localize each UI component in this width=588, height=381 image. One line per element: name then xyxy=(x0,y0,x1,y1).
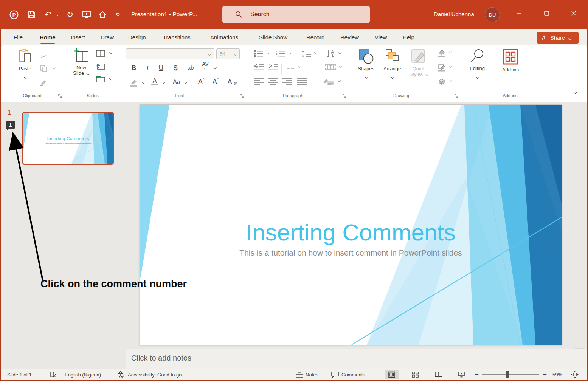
tab-record[interactable]: Record xyxy=(306,29,324,45)
undo-dropdown-icon[interactable] xyxy=(55,9,60,20)
justify-button[interactable] xyxy=(295,78,308,85)
clear-formatting-button[interactable]: A xyxy=(226,78,239,86)
user-name[interactable]: Daniel Uchenna xyxy=(434,11,474,17)
numbering-dropdown-icon[interactable] xyxy=(288,51,293,54)
italic-button[interactable]: I xyxy=(143,64,152,72)
avatar[interactable]: DU xyxy=(485,7,500,22)
slide-title[interactable]: Inserting Comments xyxy=(140,219,562,246)
increase-indent-button[interactable] xyxy=(267,64,279,70)
align-right-button[interactable] xyxy=(281,78,294,85)
zoom-out-button[interactable]: − xyxy=(475,369,479,380)
redo-icon[interactable]: ↻ xyxy=(64,9,76,20)
share-button[interactable]: Share xyxy=(537,32,579,44)
tab-slide-show[interactable]: Slide Show xyxy=(259,29,287,45)
shape-fill-dropdown-icon[interactable] xyxy=(448,51,453,53)
zoom-level[interactable]: 59% xyxy=(552,369,562,380)
home-icon[interactable] xyxy=(97,9,108,20)
text-direction-button[interactable]: A xyxy=(324,49,337,58)
tab-help[interactable]: Help xyxy=(403,29,414,45)
fit-slide-to-window-button[interactable] xyxy=(571,369,579,380)
shape-outline-dropdown-icon[interactable] xyxy=(448,65,453,67)
section-dropdown-icon[interactable] xyxy=(109,77,113,79)
font-name-combobox[interactable] xyxy=(126,48,214,59)
paragraph-dialog-launcher[interactable] xyxy=(342,94,348,99)
align-text-button[interactable] xyxy=(323,63,338,71)
font-color-dropdown-icon[interactable] xyxy=(161,81,166,83)
font-size-combobox[interactable]: 54 xyxy=(216,48,240,59)
smartart-dropdown-icon[interactable] xyxy=(337,79,341,82)
columns-button[interactable] xyxy=(284,64,297,70)
slideshow-from-beginning-icon[interactable] xyxy=(81,9,92,20)
quick-styles-button[interactable]: Quick Styles xyxy=(406,48,431,89)
tab-view[interactable]: View xyxy=(375,29,387,45)
shape-effects-dropdown-icon[interactable] xyxy=(448,79,453,82)
bullets-button[interactable] xyxy=(252,50,265,57)
close-button[interactable] xyxy=(565,0,582,26)
convert-smartart-button[interactable] xyxy=(321,77,336,85)
spacing-dropdown-icon[interactable] xyxy=(213,67,217,69)
zoom-in-button[interactable]: + xyxy=(543,369,547,380)
comments-toggle[interactable]: Comments xyxy=(331,369,365,380)
slide-sorter-view-button[interactable] xyxy=(408,370,422,379)
change-case-button[interactable]: Aa xyxy=(171,79,183,85)
slide-indicator[interactable]: Slide 1 of 1 xyxy=(7,369,32,380)
text-direction-dropdown-icon[interactable] xyxy=(338,51,342,54)
tab-file[interactable]: File xyxy=(14,29,23,45)
text-shadow-button[interactable]: S xyxy=(171,64,180,72)
slide-layout-button[interactable] xyxy=(96,50,105,57)
decrease-font-size-button[interactable]: Aˇ xyxy=(210,78,221,86)
comment-badge[interactable]: 1 xyxy=(6,121,15,129)
numbering-button[interactable]: 123 xyxy=(274,50,287,57)
spellcheck-icon[interactable] xyxy=(50,369,57,380)
highlight-dropdown-icon[interactable] xyxy=(141,81,146,83)
tab-review[interactable]: Review xyxy=(340,29,359,45)
language-indicator[interactable]: English (Nigeria) xyxy=(65,369,101,380)
copy-dropdown-icon[interactable] xyxy=(52,67,56,69)
format-painter-button[interactable] xyxy=(39,79,48,87)
accessibility-status[interactable]: Accessibility: Good to go xyxy=(128,369,182,380)
notes-pane[interactable]: Click to add notes xyxy=(126,349,588,369)
align-text-dropdown-icon[interactable] xyxy=(338,65,343,67)
increase-font-size-button[interactable]: Aˆ xyxy=(195,78,207,86)
reset-slide-button[interactable] xyxy=(96,63,105,70)
drawing-dialog-launcher[interactable] xyxy=(454,94,459,99)
shape-effects-button[interactable] xyxy=(436,78,447,85)
clipboard-dialog-launcher[interactable] xyxy=(58,94,63,99)
reading-view-button[interactable] xyxy=(431,370,446,379)
case-dropdown-icon[interactable] xyxy=(183,81,188,83)
tab-insert[interactable]: Insert xyxy=(71,29,85,45)
editing-button[interactable]: Editing xyxy=(465,48,489,89)
notes-placeholder[interactable]: Click to add notes xyxy=(131,354,191,362)
shape-fill-button[interactable] xyxy=(436,49,447,57)
undo-icon[interactable]: ↶ xyxy=(42,9,54,20)
powerpoint-logo-icon[interactable]: P xyxy=(8,9,20,20)
decrease-indent-button[interactable] xyxy=(252,64,265,70)
tab-home[interactable]: Home xyxy=(40,29,56,45)
tab-draw[interactable]: Draw xyxy=(101,29,114,45)
highlight-color-button[interactable] xyxy=(128,79,140,87)
character-spacing-button[interactable]: AV↔ xyxy=(199,62,211,70)
normal-view-button[interactable] xyxy=(385,370,399,379)
tab-design[interactable]: Design xyxy=(128,29,146,45)
minimize-button[interactable] xyxy=(510,0,528,26)
arrange-button[interactable]: Arrange xyxy=(380,48,404,89)
line-spacing-dropdown-icon[interactable] xyxy=(313,51,318,54)
font-dialog-launcher[interactable] xyxy=(239,94,245,99)
shapes-button[interactable]: Shapes xyxy=(355,48,377,89)
collapse-ribbon-icon[interactable] xyxy=(570,91,580,93)
strikethrough-button[interactable]: ab xyxy=(185,64,196,71)
zoom-slider-track[interactable] xyxy=(482,374,539,375)
copy-button[interactable] xyxy=(39,64,48,73)
underline-button[interactable]: U xyxy=(156,64,166,72)
search-box[interactable]: Search xyxy=(222,6,370,23)
bullets-dropdown-icon[interactable] xyxy=(266,51,271,54)
save-icon[interactable] xyxy=(26,9,37,20)
customize-qat-icon[interactable] xyxy=(114,9,122,20)
addins-button[interactable]: Add-ins xyxy=(497,48,524,89)
font-color-button[interactable]: A xyxy=(149,78,160,85)
new-slide-button[interactable]: New Slide xyxy=(70,48,92,89)
maximize-button[interactable] xyxy=(538,0,555,26)
slide-subtitle[interactable]: This is a tutorial on how to insert comm… xyxy=(140,248,562,257)
zoom-slider-handle[interactable] xyxy=(506,371,509,378)
line-spacing-button[interactable] xyxy=(300,50,312,57)
